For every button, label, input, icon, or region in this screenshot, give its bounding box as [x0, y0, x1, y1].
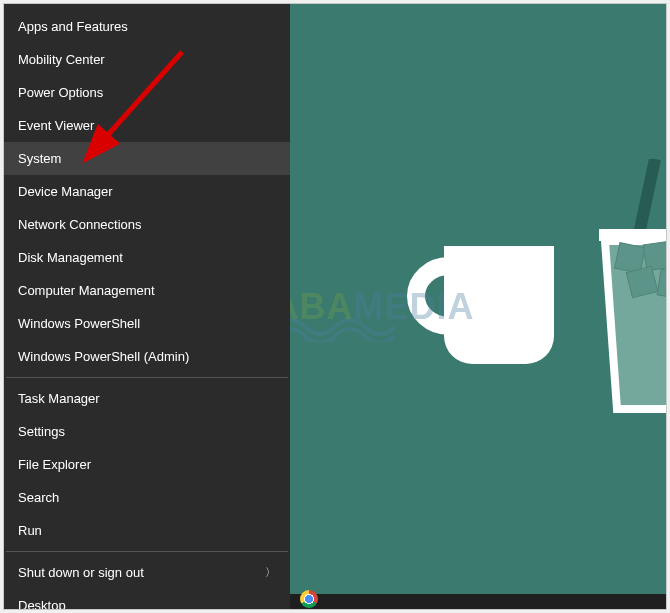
- svg-rect-4: [626, 266, 658, 298]
- watermark-wave-icon: [275, 312, 395, 342]
- menu-item-label: Computer Management: [18, 283, 155, 298]
- wallpaper-mug-illustration: [399, 236, 569, 376]
- menu-item-desktop[interactable]: Desktop: [4, 589, 290, 610]
- menu-separator: [6, 551, 288, 552]
- menu-item-label: Shut down or sign out: [18, 565, 144, 580]
- menu-item-label: Apps and Features: [18, 19, 128, 34]
- wallpaper-cup-illustration: [599, 159, 667, 419]
- menu-item-label: Network Connections: [18, 217, 142, 232]
- chevron-right-icon: 〉: [265, 565, 276, 580]
- menu-item-label: Search: [18, 490, 59, 505]
- winx-context-menu: Apps and Features Mobility Center Power …: [4, 4, 290, 610]
- menu-item-label: Settings: [18, 424, 65, 439]
- menu-item-label: Run: [18, 523, 42, 538]
- menu-item-mobility-center[interactable]: Mobility Center: [4, 43, 290, 76]
- menu-item-label: Power Options: [18, 85, 103, 100]
- menu-item-label: Event Viewer: [18, 118, 94, 133]
- menu-item-label: Mobility Center: [18, 52, 105, 67]
- menu-item-label: Desktop: [18, 598, 66, 610]
- menu-separator: [6, 377, 288, 378]
- menu-item-shut-down-or-sign-out[interactable]: Shut down or sign out 〉: [4, 556, 290, 589]
- menu-item-label: Device Manager: [18, 184, 113, 199]
- menu-item-disk-management[interactable]: Disk Management: [4, 241, 290, 274]
- menu-item-computer-management[interactable]: Computer Management: [4, 274, 290, 307]
- menu-item-label: Disk Management: [18, 250, 123, 265]
- svg-rect-2: [643, 241, 667, 270]
- menu-item-search[interactable]: Search: [4, 481, 290, 514]
- menu-item-label: Windows PowerShell: [18, 316, 140, 331]
- chrome-icon[interactable]: [300, 590, 318, 608]
- menu-item-task-manager[interactable]: Task Manager: [4, 382, 290, 415]
- menu-item-settings[interactable]: Settings: [4, 415, 290, 448]
- menu-item-windows-powershell[interactable]: Windows PowerShell: [4, 307, 290, 340]
- menu-item-label: Task Manager: [18, 391, 100, 406]
- menu-item-label: File Explorer: [18, 457, 91, 472]
- menu-item-power-options[interactable]: Power Options: [4, 76, 290, 109]
- menu-item-event-viewer[interactable]: Event Viewer: [4, 109, 290, 142]
- menu-item-label: System: [18, 151, 61, 166]
- menu-item-system[interactable]: System: [4, 142, 290, 175]
- menu-item-run[interactable]: Run: [4, 514, 290, 547]
- menu-item-file-explorer[interactable]: File Explorer: [4, 448, 290, 481]
- svg-rect-0: [632, 159, 660, 238]
- menu-item-device-manager[interactable]: Device Manager: [4, 175, 290, 208]
- menu-item-apps-and-features[interactable]: Apps and Features: [4, 10, 290, 43]
- menu-item-network-connections[interactable]: Network Connections: [4, 208, 290, 241]
- menu-item-windows-powershell-admin[interactable]: Windows PowerShell (Admin): [4, 340, 290, 373]
- menu-item-label: Windows PowerShell (Admin): [18, 349, 189, 364]
